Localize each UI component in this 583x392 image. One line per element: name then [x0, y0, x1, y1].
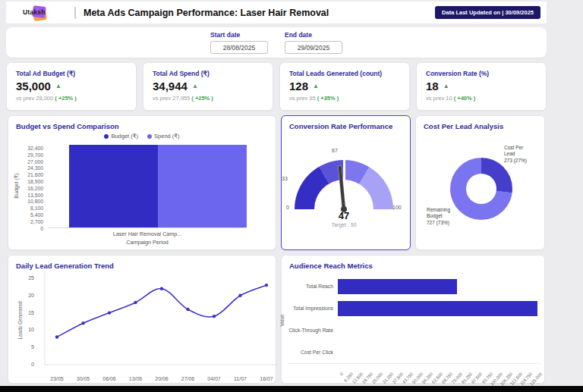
bar-Spend (₹)[interactable]	[158, 145, 247, 227]
kpi-value: 18	[426, 80, 439, 93]
x-tick-label: 06/06	[98, 376, 121, 381]
kpi-prev-text: vs prev 28,000	[16, 95, 53, 102]
cost-per-lead-chart-card: Cost Per Lead Analysis Cost Per Lead 273…	[415, 115, 545, 250]
x-tick-label: Laser Hair Removal Camp...	[48, 230, 247, 237]
gauge-tick-67: 67	[332, 148, 338, 153]
bar-track	[338, 323, 541, 338]
date-filter-card: Start date End date	[6, 27, 547, 58]
y-tick-label: 20	[20, 293, 34, 298]
y-tick-label: 5,400	[17, 212, 43, 218]
y-tick-label: 2,700	[17, 219, 43, 224]
data-point[interactable]	[238, 294, 241, 297]
kpi-title: Total Leads Generated (count)	[289, 70, 400, 77]
bar-Total Reach[interactable]	[338, 279, 457, 294]
category-label: Click-Through Rate	[288, 328, 338, 333]
y-tick-label: 0	[20, 362, 34, 367]
start-date-group: Start date	[210, 31, 268, 54]
x-axis-ticks: 23/0530/0506/0613/0620/0627/0604/0711/07…	[39, 376, 276, 385]
y-tick-label: 15	[20, 310, 34, 315]
y-tick-label: 10,800	[17, 199, 43, 204]
audience-row: Total Reach	[288, 275, 541, 297]
budget-vs-spend-chart-card: Budget vs Spend Comparison Budget (₹)Spe…	[8, 115, 276, 250]
data-point[interactable]	[160, 287, 163, 290]
chart-title: Daily Lead Generation Trend	[16, 262, 114, 270]
data-point[interactable]	[55, 335, 58, 338]
y-tick-label: 13,500	[17, 193, 43, 198]
bottom-bar	[0, 386, 583, 392]
bar-track	[338, 301, 541, 316]
trend-up-icon: ▲	[443, 83, 449, 89]
kpi-title: Total Ad Budget (₹)	[16, 70, 127, 77]
y-tick-label: 27,000	[17, 159, 43, 165]
kpi-prev-text: vs prev 27,955	[153, 95, 190, 102]
x-tick-label: 16/07	[255, 376, 278, 381]
horizontal-bars-area: Total ReachTotal ImpressionsClick-Throug…	[288, 275, 541, 364]
y-tick-label: 24,300	[17, 165, 43, 171]
kpi-delta-text: ( +35% )	[317, 95, 339, 102]
page-title: Meta Ads Campaign Performance: Laser Hai…	[84, 8, 329, 18]
gauge-value: 47	[317, 210, 370, 221]
x-axis-label: Campaign Period	[48, 239, 247, 246]
data-point[interactable]	[81, 321, 84, 325]
legend-dot	[104, 134, 109, 139]
last-updated-badge: Data Last Updated on | 30/09/2025	[435, 6, 540, 19]
kpi-delta-text: ( +40% )	[454, 95, 476, 102]
y-tick-label: 0	[17, 226, 43, 231]
donut-slice-label-remaining: Remaining Budget 727 (73%)	[427, 207, 472, 226]
header: Utaksh Meta Ads Campaign Performance: La…	[6, 2, 547, 24]
kpi-card-total-leads: Total Leads Generated (count) 128 ▲ vs p…	[279, 62, 410, 111]
audience-row: Total Impressions	[288, 297, 541, 319]
legend-label: Budget (₹)	[111, 133, 138, 140]
kpi-value: 34,944	[153, 80, 188, 93]
data-point[interactable]	[265, 284, 268, 287]
y-tick-label: 32,400	[17, 146, 43, 151]
kpi-value: 35,000	[16, 80, 51, 93]
audience-reach-chart-card: Audience Reach Metrics Value Total Reach…	[281, 255, 545, 384]
data-point[interactable]	[186, 308, 189, 311]
bar-Budget (₹)[interactable]	[69, 145, 158, 227]
start-date-input[interactable]	[210, 41, 268, 54]
kpi-row: Total Ad Budget (₹) 35,000 ▲ vs prev 28,…	[6, 62, 547, 111]
kpi-card-total-ad-budget: Total Ad Budget (₹) 35,000 ▲ vs prev 28,…	[6, 62, 137, 111]
data-point[interactable]	[108, 311, 111, 314]
data-point[interactable]	[134, 301, 137, 304]
y-tick-label: 5	[20, 344, 34, 350]
donut-slice-label-cost: Cost Per Lead 273 (27%)	[504, 145, 544, 164]
bar-track	[338, 279, 541, 294]
legend-item[interactable]: Budget (₹)	[104, 133, 138, 140]
app-logo[interactable]: Utaksh	[21, 3, 61, 23]
y-tick-label: 29,700	[17, 152, 43, 158]
trend-up-icon: ▲	[192, 83, 198, 89]
daily-lead-trend-chart-card: Daily Lead Generation Trend Leads Genera…	[8, 255, 276, 384]
y-axis-ticks: 02,7005,4008,10010,80013,50016,20018,900…	[17, 145, 43, 228]
trend-line	[57, 285, 266, 337]
trend-up-icon: ▲	[55, 83, 61, 89]
chart-legend: Budget (₹)Spend (₹)	[8, 133, 276, 140]
data-point[interactable]	[213, 315, 216, 318]
bar-Total Impressions[interactable]	[338, 301, 537, 316]
legend-item[interactable]: Spend (₹)	[147, 133, 180, 140]
category-label: Total Impressions	[288, 306, 338, 311]
x-axis-ticks: 06,25012,50018,75025,00031,25037,50043,7…	[288, 366, 541, 383]
kpi-card-total-ad-spend: Total Ad Spend (₹) 34,944 ▲ vs prev 27,9…	[143, 62, 273, 111]
x-tick-label: 13/06	[124, 376, 147, 381]
chart-title: Budget vs Spend Comparison	[16, 122, 119, 130]
legend-label: Spend (₹)	[154, 133, 180, 140]
kpi-delta-text: ( +25% )	[191, 95, 213, 102]
legend-dot	[147, 134, 152, 139]
gauge-tick-max: 100	[392, 205, 402, 210]
x-tick-label: 23/05	[46, 376, 68, 381]
audience-row: Click-Through Rate	[288, 319, 541, 341]
kpi-prev-text: vs prev 10	[426, 95, 452, 102]
gauge-tick-min: 0	[286, 205, 289, 210]
gauge-tick-33: 33	[282, 176, 288, 181]
y-tick-label: 16,200	[17, 186, 43, 191]
conversion-gauge-card: Conversion Rate Performance 0 33 67 100 …	[281, 115, 411, 250]
end-date-input[interactable]	[285, 41, 342, 54]
y-tick-label: 25	[20, 275, 34, 281]
y-axis-label: Value	[279, 314, 285, 326]
header-divider	[74, 7, 76, 19]
kpi-prev-text: vs prev 95	[289, 95, 316, 102]
y-tick-label: 21,600	[17, 172, 43, 177]
x-tick-label: 20/06	[150, 376, 173, 381]
